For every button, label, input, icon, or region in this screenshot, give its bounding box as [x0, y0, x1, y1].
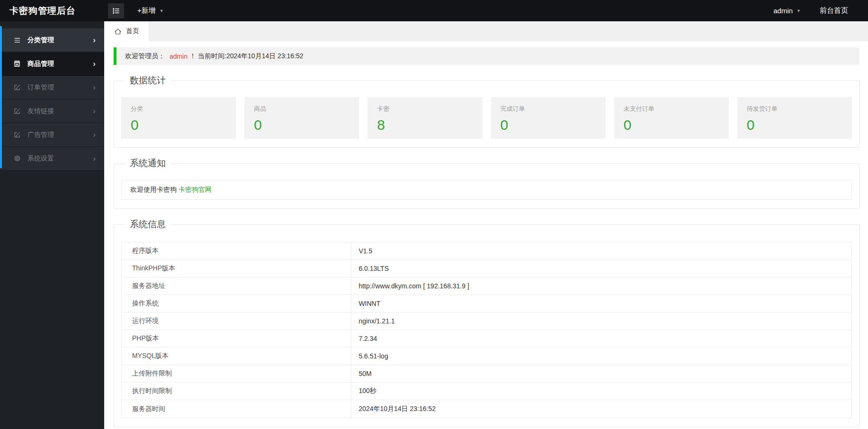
table-row: ThinkPHP版本 6.0.13LTS — [122, 260, 851, 277]
username-label: admin — [773, 7, 793, 15]
stat-card-product: 商品 0 — [244, 97, 359, 139]
chevron-down-icon: ▼ — [796, 9, 801, 13]
add-new-label: +新增 — [137, 6, 156, 15]
welcome-username: admin — [170, 53, 188, 60]
stats-cards: 分类 0 商品 0 卡密 8 完成订单 0 — [121, 97, 852, 139]
stat-value: 0 — [747, 117, 842, 133]
gear-icon — [13, 155, 21, 162]
table-row: 运行环境 nginx/1.21.1 — [122, 313, 851, 330]
table-row: PHP版本 7.2.34 — [122, 330, 851, 348]
sysinfo-legend: 系统信息 — [125, 218, 170, 231]
edit-icon — [13, 84, 21, 91]
stat-card-completed-orders: 完成订单 0 — [491, 97, 606, 139]
chevron-right-icon: › — [93, 131, 96, 139]
table-row: 操作系统 WINNT — [122, 295, 851, 313]
sidebar-item-links[interactable]: 友情链接 › — [0, 99, 104, 123]
sidebar-item-product[interactable]: 商品管理 › — [0, 52, 104, 76]
frontend-home-link[interactable]: 前台首页 — [820, 6, 848, 15]
top-bar: 卡密狗管理后台 +新增 ▼ admin ▼ 前台首页 — [0, 0, 868, 21]
stat-card-category: 分类 0 — [121, 97, 236, 139]
chevron-right-icon: › — [93, 83, 96, 91]
table-row: 上传附件限制 50M — [122, 365, 851, 383]
table-row: 程序版本 V1.5 — [122, 242, 851, 260]
list-icon — [13, 36, 21, 44]
sidebar: 分类管理 › 商品管理 › 订单管理 — [0, 21, 104, 429]
stat-value: 0 — [624, 117, 719, 133]
welcome-suffix: ！ 当前时间:2024年10月14日 23:16:52 — [189, 52, 303, 61]
sidebar-item-category[interactable]: 分类管理 › — [0, 28, 104, 52]
tab-home-label: 首页 — [126, 27, 139, 36]
user-dropdown[interactable]: admin ▼ — [773, 7, 801, 15]
official-site-link[interactable]: 卡密狗官网 — [179, 186, 212, 193]
notice-section: 系统通知 欢迎使用卡密狗 卡密狗官网 — [114, 157, 859, 209]
chevron-right-icon: › — [93, 36, 96, 44]
welcome-alert: 欢迎管理员： admin ！ 当前时间:2024年10月14日 23:16:52 — [114, 47, 859, 65]
chevron-right-icon: › — [93, 60, 96, 68]
stat-card-cardkey: 卡密 8 — [367, 97, 482, 139]
table-row: 服务器时间 2024年10月14日 23:16:52 — [122, 400, 851, 418]
table-row: 执行时间限制 100秒 — [122, 383, 851, 400]
hamburger-icon — [113, 8, 120, 14]
sidebar-item-settings[interactable]: 系统设置 › — [0, 147, 104, 170]
stats-legend: 数据统计 — [125, 74, 170, 87]
notice-box: 欢迎使用卡密狗 卡密狗官网 — [121, 180, 852, 200]
sidebar-item-order[interactable]: 订单管理 › — [0, 76, 104, 99]
edit-icon — [13, 131, 21, 139]
admin-app: 卡密狗管理后台 +新增 ▼ admin ▼ 前台首页 — [0, 0, 868, 429]
home-icon — [114, 27, 122, 36]
shop-icon — [13, 60, 21, 68]
main-area: 首页 欢迎管理员： admin ！ 当前时间:2024年10月14日 23:16… — [104, 21, 868, 429]
table-row: MYSQL版本 5.6.51-log — [122, 348, 851, 365]
chevron-right-icon: › — [93, 154, 96, 162]
stats-section: 数据统计 分类 0 商品 0 卡密 8 完成订单 — [114, 74, 859, 148]
content: 欢迎管理员： admin ！ 当前时间:2024年10月14日 23:16:52… — [104, 41, 868, 427]
sidebar-nav: 分类管理 › 商品管理 › 订单管理 — [0, 28, 104, 170]
sidebar-item-ads[interactable]: 广告管理 › — [0, 123, 104, 147]
stat-card-unpaid-orders: 未支付订单 0 — [614, 97, 729, 139]
tab-home[interactable]: 首页 — [104, 21, 149, 41]
table-row: 服务器地址 http://www.dkym.com [ 192.168.31.9… — [122, 277, 851, 295]
chevron-down-icon: ▼ — [160, 9, 164, 13]
notice-text: 欢迎使用卡密狗 — [130, 186, 179, 193]
add-new-dropdown[interactable]: +新增 ▼ — [137, 6, 164, 15]
stat-card-pending-orders: 待发货订单 0 — [737, 97, 852, 139]
welcome-prefix: 欢迎管理员： — [125, 52, 165, 61]
menu-toggle-button[interactable] — [108, 3, 124, 18]
sysinfo-section: 系统信息 程序版本 V1.5 ThinkPHP版本 6.0.13LTS 服务器地… — [114, 218, 859, 427]
tab-bar: 首页 — [104, 21, 868, 41]
sidebar-accent-strip — [0, 26, 2, 168]
stat-value: 8 — [377, 117, 473, 133]
notice-legend: 系统通知 — [125, 157, 170, 170]
stat-value: 0 — [254, 117, 349, 133]
edit-icon — [13, 107, 21, 115]
sysinfo-table: 程序版本 V1.5 ThinkPHP版本 6.0.13LTS 服务器地址 htt… — [121, 242, 852, 418]
chevron-right-icon: › — [93, 107, 96, 115]
app-title: 卡密狗管理后台 — [0, 5, 104, 17]
stat-value: 0 — [501, 117, 596, 133]
stat-value: 0 — [131, 117, 226, 133]
